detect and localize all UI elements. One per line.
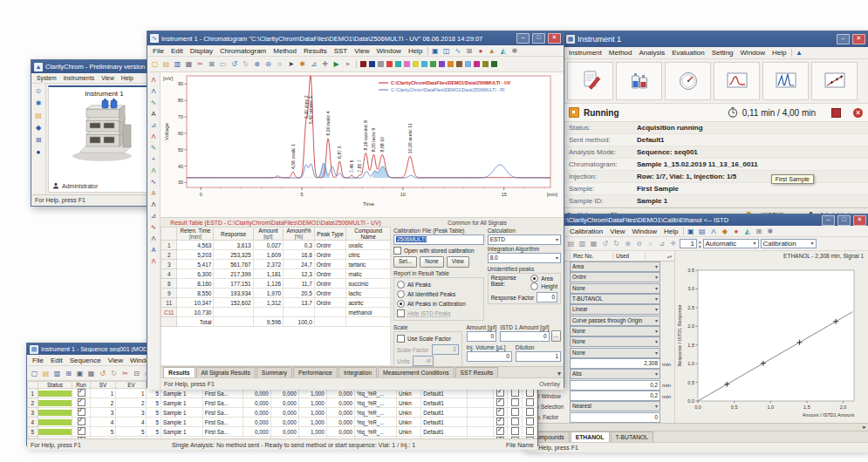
toolbar-icon[interactable]: ▥: [173, 59, 182, 69]
peak-type[interactable]: [314, 308, 346, 317]
run-checkbox[interactable]: [78, 418, 85, 425]
close-button[interactable]: ✕: [852, 34, 865, 44]
response[interactable]: 193,934: [214, 289, 253, 298]
result-row[interactable]: 8 8,160 177,151 1,126 11,7 Ordnr succini…: [161, 279, 391, 289]
peak-tool-icon[interactable]: A: [148, 108, 159, 119]
toolbar-icon[interactable]: ▥: [578, 239, 587, 248]
toolbar-icon[interactable]: ↺: [98, 369, 107, 378]
unchecked-checkbox[interactable]: [526, 418, 534, 425]
result-row[interactable]: 3 5,417 561,767 2,372 24,7 Ordnr tartari…: [161, 260, 391, 269]
checked-checkbox[interactable]: [496, 398, 504, 406]
toolbar-icon[interactable]: ⊖: [263, 59, 273, 69]
sample-type-cell[interactable]: Unkn: [397, 418, 421, 427]
istd-amount-cell[interactable]: 0,000: [270, 398, 298, 408]
unchecked-checkbox[interactable]: [511, 408, 519, 416]
toolbar-icon[interactable]: ➤: [286, 59, 296, 69]
close-button[interactable]: ✕: [853, 215, 866, 226]
peak-type[interactable]: Ordnr: [314, 241, 346, 250]
amount[interactable]: [253, 308, 283, 317]
peak-tool-icon[interactable]: ⊿: [148, 119, 159, 130]
filename-format-cell[interactable]: %q_%R_...: [354, 418, 396, 427]
peak-tool-icon[interactable]: A: [148, 244, 159, 255]
sample-cell[interactable]: First Sa...: [202, 408, 243, 418]
unchecked-checkbox[interactable]: [511, 427, 519, 435]
ev-cell[interactable]: 4: [116, 418, 147, 427]
sv-cell[interactable]: 2: [90, 398, 116, 408]
view-button[interactable]: View: [447, 256, 469, 268]
menu-item[interactable]: View: [606, 227, 628, 236]
menu-item[interactable]: Evaluation: [668, 48, 707, 58]
menu-item[interactable]: Edit: [167, 46, 187, 56]
response[interactable]: 561,767: [214, 260, 253, 269]
property-control[interactable]: 0,2: [570, 380, 660, 391]
toolbar-icon[interactable]: ▢: [30, 369, 39, 378]
toolbar-icon[interactable]: ✱: [509, 46, 519, 56]
run-checkbox[interactable]: [78, 408, 85, 416]
menu-item[interactable]: Display: [187, 46, 216, 56]
tab-measurement-conditions[interactable]: Measurement Conditions: [378, 367, 455, 377]
menu-item[interactable]: Analysis: [635, 48, 668, 58]
option-cell[interactable]: [523, 398, 537, 408]
column-header[interactable]: Run: [72, 382, 91, 389]
property-control[interactable]: Linear ▾: [570, 304, 660, 315]
run-cell[interactable]: [72, 418, 91, 427]
toolbar-icon[interactable]: ▤: [697, 227, 707, 236]
toolbar-icon[interactable]: ◭: [498, 46, 508, 56]
compound-name[interactable]: methanol: [346, 308, 391, 317]
amount[interactable]: 2,372: [253, 260, 283, 269]
hide-istd-peaks-checkbox[interactable]: [397, 309, 405, 317]
menu-item[interactable]: Edit: [47, 356, 66, 365]
run-checkbox[interactable]: [78, 427, 85, 435]
amount-percent[interactable]: 13,7: [284, 298, 315, 308]
peak-tool-icon[interactable]: Λ: [148, 74, 159, 85]
dilution-cell[interactable]: 1,000: [298, 408, 326, 418]
ev-cell[interactable]: 3: [116, 408, 147, 418]
amount-percent[interactable]: 20,5: [284, 289, 315, 298]
toolbar-icon[interactable]: ▥: [52, 369, 62, 378]
method-cell[interactable]: Default1: [421, 389, 468, 398]
sv-cell[interactable]: 4: [90, 418, 116, 427]
peak-tool-icon[interactable]: Λ: [148, 199, 159, 209]
report-cell[interactable]: [493, 418, 508, 427]
method-setup-button[interactable]: [567, 62, 613, 100]
result-row[interactable]: 9 8,550 193,934 1,970 20,5 Ordnr lactic: [161, 289, 391, 298]
toolbar-icon[interactable]: ▦: [589, 239, 598, 248]
sequence-row[interactable]: 3 3 3 5 Sample 1 First Sa... 0,000 0,000…: [28, 408, 537, 418]
amount-cell[interactable]: 0,000: [243, 389, 270, 398]
toolbar-icon[interactable]: ◭: [742, 227, 752, 236]
signal-color-swatch[interactable]: [439, 61, 445, 67]
checked-checkbox[interactable]: [496, 437, 504, 438]
chromatogram-button[interactable]: [762, 62, 809, 100]
report-cell[interactable]: [493, 408, 508, 418]
signal-color-swatch[interactable]: [491, 61, 497, 67]
retention-time[interactable]: Total: [177, 317, 214, 327]
unchecked-checkbox[interactable]: [526, 427, 534, 435]
sv-cell[interactable]: 5: [90, 427, 116, 437]
toolbar-icon[interactable]: ✛: [668, 239, 678, 248]
tab-integration[interactable]: Integration: [338, 367, 377, 377]
device-monitor-button[interactable]: [665, 62, 711, 100]
retention-time[interactable]: 5,417: [177, 260, 214, 269]
dilution-cell[interactable]: 1,000: [298, 398, 326, 408]
toolbar-icon[interactable]: ●: [731, 227, 741, 236]
chromatogram-chart[interactable]: 30405060708090051015[mV]VoltageTime[min]…: [161, 72, 563, 217]
sidebar-icon[interactable]: ●: [34, 147, 44, 157]
maximize-button[interactable]: □: [532, 33, 545, 44]
toolbar-icon[interactable]: ⊞: [64, 369, 73, 378]
main-titlebar[interactable]: ▲ ClarityChrom - Preliminary version: [31, 60, 162, 73]
run-checkbox[interactable]: [78, 437, 85, 438]
peak-tool-icon[interactable]: ∿: [148, 97, 159, 107]
peak-type[interactable]: [314, 317, 346, 327]
toolbar-icon[interactable]: ↺: [600, 239, 610, 248]
option-cell[interactable]: [508, 427, 523, 437]
toolbar-icon[interactable]: ↻: [241, 59, 250, 69]
response[interactable]: 253,325: [214, 250, 253, 260]
option-cell[interactable]: [523, 427, 537, 437]
peak-tool-icon[interactable]: Λ: [148, 165, 159, 175]
peak-type[interactable]: Ordnr: [314, 269, 346, 279]
toolbar-icon[interactable]: ⊞: [207, 59, 216, 69]
result-row[interactable]: Total 9,596 100,0: [161, 317, 391, 327]
property-control[interactable]: None ▾: [570, 348, 660, 358]
unchecked-checkbox[interactable]: [526, 398, 534, 406]
option-cell[interactable]: [523, 389, 537, 398]
